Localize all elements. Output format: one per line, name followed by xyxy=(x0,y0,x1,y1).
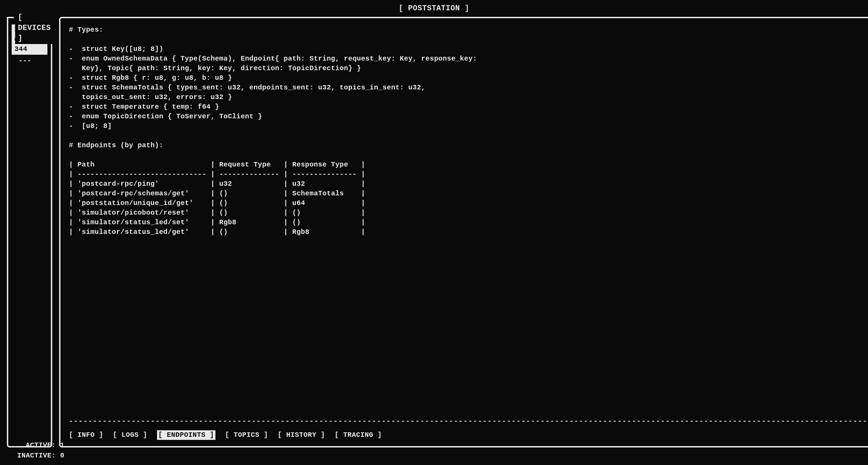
sidebar-title: [ DEVICES ] xyxy=(18,13,51,43)
content-line: - struct Rgb8 { r: u8, g: u8, b: u8 } xyxy=(69,73,868,83)
main-container: [ DEVICES ] > QUIRKY-344 --- # Types: - … xyxy=(0,17,868,447)
content-line: - struct SchemaTotals { types_sent: u32,… xyxy=(69,83,868,93)
content-line xyxy=(69,35,868,44)
content-line: Key}, Topic{ path: String, key: Key, dir… xyxy=(69,64,868,73)
content-line xyxy=(69,131,868,141)
content-line: - enum OwnedSchemaData { Type(Schema), E… xyxy=(69,54,868,64)
content-line: - [u8; 8] xyxy=(69,121,868,131)
content-line: - struct Temperature { temp: f64 } xyxy=(69,102,868,112)
content-line: topics_out_sent: u32, errors: u32 } xyxy=(69,93,868,102)
content-line: | 'postcard-rpc/schemas/get' | () | Sche… xyxy=(69,189,868,198)
app-title: [ POSTSTATION ] xyxy=(0,0,868,17)
content-line: # Endpoints (by path): xyxy=(69,141,868,150)
device-divider: --- xyxy=(12,55,47,66)
active-label: ACTIVE: xyxy=(26,441,56,449)
content-line: | 'simulator/status_led/set' | Rgb8 | ()… xyxy=(69,218,868,227)
tab-history[interactable]: [ HISTORY ] xyxy=(278,430,325,440)
content-line: | 'simulator/status_led/get' | () | Rgb8… xyxy=(69,227,868,237)
content-line xyxy=(69,150,868,160)
main-panel: # Types: - struct Key([u8; 8])- enum Own… xyxy=(59,17,868,447)
content-line: | 'poststation/unique_id/get' | () | u64… xyxy=(69,198,868,208)
tab-logs[interactable]: [ LOGS ] xyxy=(113,430,147,440)
tab-divider: ----------------------------------------… xyxy=(69,417,868,426)
tab-info[interactable]: [ INFO ] xyxy=(69,430,103,440)
content-line: | Path | Request Type | Response Type | xyxy=(69,160,868,170)
content-line: - enum TopicDirection { ToServer, ToClie… xyxy=(69,112,868,121)
content-line: | ------------------------------ | -----… xyxy=(69,170,868,179)
footer-status: ACTIVE: 1 INACTIVE: 0 xyxy=(17,440,65,461)
content-line: | 'simulator/picoboot/reset' | () | () | xyxy=(69,208,868,218)
tab-bar: [ INFO ][ LOGS ][ ENDPOINTS ][ TOPICS ][… xyxy=(69,429,868,443)
content-line: # Types: xyxy=(69,25,868,35)
active-count: 1 xyxy=(60,441,65,449)
tab-tracing[interactable]: [ TRACING ] xyxy=(335,430,382,440)
content-line: | 'postcard-rpc/ping' | u32 | u32 | xyxy=(69,179,868,189)
tab-endpoints[interactable]: [ ENDPOINTS ] xyxy=(157,430,216,440)
tab-topics[interactable]: [ TOPICS ] xyxy=(225,430,268,440)
content-line: - struct Key([u8; 8]) xyxy=(69,44,868,54)
inactive-count: 0 xyxy=(60,452,65,459)
content-area: # Types: - struct Key([u8; 8])- enum Own… xyxy=(69,25,868,413)
devices-sidebar: [ DEVICES ] > QUIRKY-344 --- xyxy=(7,17,52,447)
inactive-label: INACTIVE: xyxy=(17,452,56,459)
